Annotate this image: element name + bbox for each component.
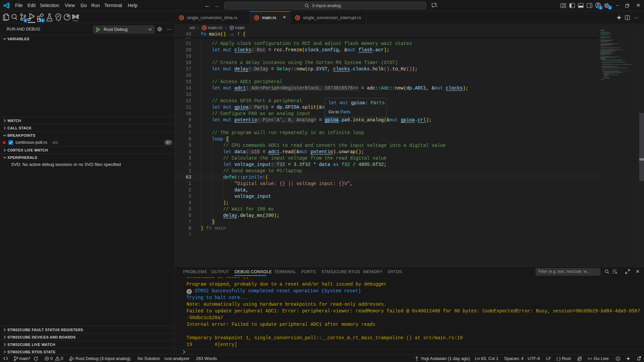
svg-text:R: R — [256, 16, 258, 19]
svg-text:R: R — [297, 16, 299, 19]
svg-text:R: R — [203, 26, 205, 29]
svg-text:#: # — [617, 357, 619, 360]
svg-text:R: R — [180, 16, 182, 19]
svg-text:STM32: STM32 — [73, 20, 78, 22]
